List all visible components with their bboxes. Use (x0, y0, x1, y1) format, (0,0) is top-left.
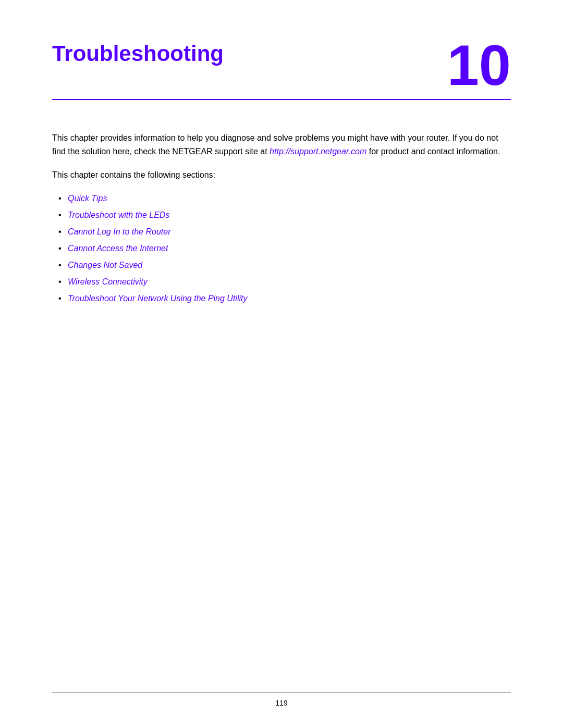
list-item: Troubleshoot Your Network Using the Ping… (68, 290, 511, 307)
chapter-header: Troubleshooting 10 (52, 42, 511, 94)
section-intro: This chapter contains the following sect… (52, 168, 511, 182)
intro-text-after-link: for product and contact information. (366, 147, 500, 156)
list-item: Cannot Access the Internet (68, 240, 511, 257)
toc-link-changes-not-saved[interactable]: Changes Not Saved (68, 261, 142, 269)
intro-paragraph-1: This chapter provides information to hel… (52, 131, 511, 158)
chapter-number: 10 (447, 36, 511, 94)
list-item: Troubleshoot with the LEDs (68, 207, 511, 224)
toc-link-troubleshoot-leds[interactable]: Troubleshoot with the LEDs (68, 211, 169, 219)
toc-link-cannot-access-internet[interactable]: Cannot Access the Internet (68, 244, 168, 253)
page-number: 119 (275, 699, 287, 707)
toc-link-wireless-connectivity[interactable]: Wireless Connectivity (68, 277, 148, 286)
toc-link-quick-tips[interactable]: Quick Tips (68, 194, 107, 203)
list-item: Wireless Connectivity (68, 274, 511, 290)
page-container: Troubleshooting 10 This chapter provides… (0, 0, 563, 728)
list-item: Changes Not Saved (68, 257, 511, 274)
footer-divider (52, 692, 511, 693)
list-item: Quick Tips (68, 190, 511, 207)
toc-link-ping-utility[interactable]: Troubleshoot Your Network Using the Ping… (68, 294, 247, 303)
header-divider (52, 99, 511, 100)
page-footer: 119 (0, 692, 563, 707)
toc-link-cannot-log-in[interactable]: Cannot Log In to the Router (68, 227, 170, 236)
toc-list: Quick Tips Troubleshoot with the LEDs Ca… (52, 190, 511, 307)
title-wrapper: Troubleshooting (52, 42, 224, 70)
netgear-support-link[interactable]: http://support.netgear.com (270, 147, 366, 156)
chapter-title: Troubleshooting (52, 42, 224, 70)
list-item: Cannot Log In to the Router (68, 224, 511, 240)
